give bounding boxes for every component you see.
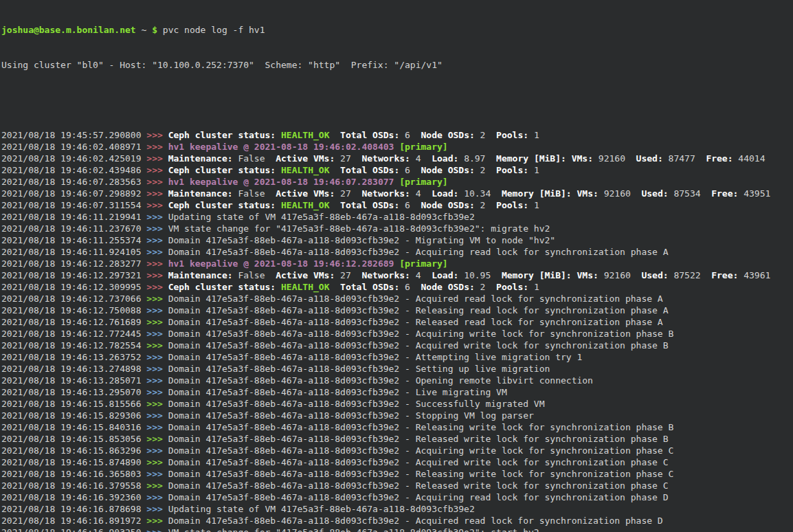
log-text-segment: Ceph cluster status:: [168, 200, 276, 210]
log-text-segment: Total OSDs:: [329, 200, 399, 210]
log-text-segment: hv1 keepalive @ 2021-08-18 19:46:07.2830…: [168, 177, 394, 187]
log-marker-chevrons-icon: >>>: [146, 130, 168, 140]
log-line: 2021/08/18 19:46:12.283277 >>> hv1 keepa…: [1, 258, 793, 269]
log-marker-chevrons-icon: >>>: [146, 177, 168, 187]
log-text-segment: Memory [MiB]: VMs:: [491, 188, 599, 199]
cluster-info-text: Using cluster "bl0" - Host: "10.100.0.25…: [1, 60, 443, 70]
prompt-user-host: joshua@base.m.bonilan.net: [1, 25, 136, 35]
log-timestamp: 2021/08/18 19:46:12.283277: [1, 258, 146, 269]
log-line: 2021/08/18 19:46:13.274898 >>> Domain 41…: [1, 363, 793, 375]
log-line: 2021/08/18 19:46:15.853056 >>> Domain 41…: [1, 433, 793, 445]
log-marker-chevrons-icon: >>>: [146, 457, 168, 467]
log-marker-chevrons-icon: >>>: [146, 258, 168, 269]
log-timestamp: 2021/08/18 19:46:02.425019: [1, 153, 146, 164]
log-text-segment: Pools:: [485, 200, 528, 210]
log-text-segment: 6: [399, 282, 410, 292]
log-text-segment: Networks:: [351, 153, 410, 164]
log-line: 2021/08/18 19:46:16.903250 >>> VM state …: [1, 527, 793, 532]
log-marker-chevrons-icon: >>>: [146, 445, 168, 456]
log-marker-chevrons-icon: >>>: [146, 142, 168, 152]
log-text-segment: Domain 417e5a3f-88eb-467a-a118-8d093cfb3…: [168, 352, 583, 362]
log-timestamp: 2021/08/18 19:46:11.219941: [1, 212, 146, 222]
log-marker-chevrons-icon: >>>: [146, 422, 168, 432]
log-line: 2021/08/18 19:46:12.737066 >>> Domain 41…: [1, 293, 793, 304]
log-timestamp: 2021/08/18 19:46:12.772445: [1, 329, 146, 339]
cluster-info-line: Using cluster "bl0" - Host: "10.100.0.25…: [1, 59, 793, 71]
log-text-segment: 6: [399, 165, 410, 175]
log-line: 2021/08/18 19:46:12.309995 >>> Ceph clus…: [1, 281, 793, 293]
log-text-segment: Pools:: [485, 130, 528, 140]
log-timestamp: 2021/08/18 19:46:07.298892: [1, 188, 146, 199]
log-text-segment: Used:: [631, 270, 669, 280]
log-text-segment: [primary]: [399, 142, 447, 152]
log-text-segment: hv1 keepalive @ 2021-08-18 19:46:02.4084…: [168, 142, 394, 152]
terminal-window: joshua@base.m.bonilan.net ~ $ pvc node l…: [0, 0, 793, 532]
log-text-segment: Used:: [631, 188, 669, 199]
log-marker-chevrons-icon: >>>: [146, 165, 168, 175]
log-text-segment: 92160: [593, 153, 625, 164]
log-timestamp: 2021/08/18 19:46:16.878698: [1, 504, 146, 514]
log-text-segment: Load:: [421, 188, 459, 199]
log-text-segment: Load:: [421, 153, 459, 164]
log-text-segment: Updating state of VM 417e5a3f-88eb-467a-…: [168, 504, 475, 514]
prompt-dollar-sign: $: [152, 25, 157, 35]
log-text-segment: 2: [475, 165, 486, 175]
log-line: 2021/08/18 19:46:15.829306 >>> Domain 41…: [1, 410, 793, 421]
log-marker-chevrons-icon: >>>: [146, 375, 168, 386]
log-text-segment: Free:: [701, 270, 739, 280]
log-timestamp: 2021/08/18 19:46:07.311554: [1, 200, 146, 210]
log-marker-chevrons-icon: >>>: [146, 469, 168, 479]
log-text-segment: hv1 keepalive @ 2021-08-18 19:46:12.2826…: [168, 258, 394, 269]
log-line: 2021/08/18 19:46:15.874890 >>> Domain 41…: [1, 456, 793, 468]
log-text-segment: Ceph cluster status:: [168, 130, 276, 140]
log-timestamp: 2021/08/18 19:46:15.815566: [1, 399, 146, 409]
log-text-segment: 87522: [669, 270, 701, 280]
log-text-segment: Domain 417e5a3f-88eb-467a-a118-8d093cfb3…: [168, 375, 593, 386]
log-line: 2021/08/18 19:46:16.365803 >>> Domain 41…: [1, 468, 793, 480]
prompt-line: joshua@base.m.bonilan.net ~ $ pvc node l…: [1, 24, 793, 36]
log-text-segment: HEALTH_OK: [276, 282, 329, 292]
log-marker-chevrons-icon: >>>: [146, 340, 168, 351]
log-text-segment: 6: [399, 200, 410, 210]
log-text-segment: [primary]: [399, 258, 447, 269]
log-marker-chevrons-icon: >>>: [146, 223, 168, 234]
log-timestamp: 2021/08/18 19:46:16.365803: [1, 469, 146, 479]
log-text-segment: 4: [410, 188, 421, 199]
log-text-segment: Free:: [695, 153, 733, 164]
log-text-segment: 10.34: [458, 188, 491, 199]
log-line: 2021/08/18 19:46:12.297321 >>> Maintenan…: [1, 269, 793, 281]
log-line: 2021/08/18 19:46:13.295070 >>> Domain 41…: [1, 386, 793, 398]
log-text-segment: Domain 417e5a3f-88eb-467a-a118-8d093cfb3…: [168, 410, 534, 421]
log-marker-chevrons-icon: >>>: [146, 352, 168, 362]
log-timestamp: 2021/08/18 19:46:15.840316: [1, 422, 146, 432]
log-text-segment: False: [233, 270, 265, 280]
log-text-segment: Node OSDs:: [410, 165, 475, 175]
log-timestamp: 2021/08/18 19:46:12.761689: [1, 317, 146, 327]
log-text-segment: Domain 417e5a3f-88eb-467a-a118-8d093cfb3…: [168, 516, 663, 526]
log-text-segment: Total OSDs:: [329, 130, 399, 140]
log-line: 2021/08/18 19:46:15.815566 >>> Domain 41…: [1, 398, 793, 410]
log-line: 2021/08/18 19:46:16.878698 >>> Updating …: [1, 503, 793, 515]
log-text-segment: 1: [528, 200, 539, 210]
log-text-segment: 2: [475, 200, 486, 210]
log-text-segment: 43951: [738, 188, 770, 199]
log-text-segment: Domain 417e5a3f-88eb-467a-a118-8d093cfb3…: [168, 235, 556, 245]
log-timestamp: 2021/08/18 19:46:15.874890: [1, 457, 146, 467]
log-line: 2021/08/18 19:46:16.379558 >>> Domain 41…: [1, 480, 793, 491]
log-line: 2021/08/18 19:46:07.283563 >>> hv1 keepa…: [1, 176, 793, 188]
log-text-segment: 1: [528, 130, 539, 140]
log-marker-chevrons-icon: >>>: [146, 492, 168, 502]
log-text-segment: Load:: [421, 270, 459, 280]
log-text-segment: Active VMs:: [265, 270, 335, 280]
log-timestamp: 2021/08/18 19:46:11.924105: [1, 247, 146, 257]
log-text-segment: False: [233, 188, 265, 199]
log-timestamp: 2021/08/18 19:46:13.295070: [1, 387, 146, 397]
log-marker-chevrons-icon: >>>: [146, 516, 168, 526]
log-text-segment: Updating state of VM 417e5a3f-88eb-467a-…: [168, 212, 475, 222]
log-marker-chevrons-icon: >>>: [146, 235, 168, 245]
log-text-segment: Memory [MiB]: VMs:: [485, 153, 593, 164]
log-marker-chevrons-icon: >>>: [146, 504, 168, 514]
log-text-segment: Domain 417e5a3f-88eb-467a-a118-8d093cfb3…: [168, 340, 669, 351]
log-timestamp: 2021/08/18 19:46:15.863296: [1, 445, 146, 456]
log-line: 2021/08/18 19:46:07.311554 >>> Ceph clus…: [1, 199, 793, 211]
